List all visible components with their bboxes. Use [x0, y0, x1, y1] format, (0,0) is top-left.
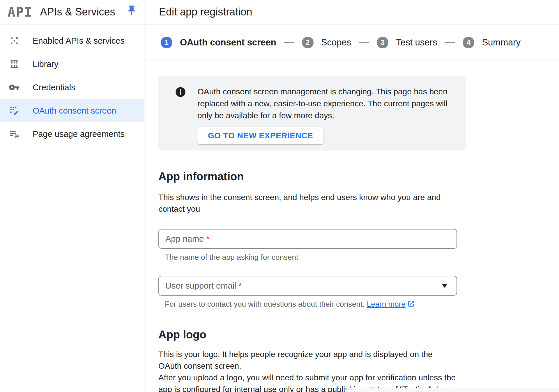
app-name-helper: The name of the app asking for consent: [165, 253, 457, 262]
app-logo-line1: This is your logo. It helps people recog…: [158, 350, 433, 370]
dropdown-caret-icon[interactable]: [441, 284, 448, 288]
sidebar-item-library[interactable]: Library: [0, 52, 144, 76]
app-logo-description: This is your logo. It helps people recog…: [158, 349, 457, 392]
consent-screen-icon: [9, 105, 20, 116]
sidebar-item-label: Page usage agreements: [33, 129, 125, 139]
app-title: APIs & Services: [40, 6, 115, 18]
user-support-email-label: User support email: [165, 281, 236, 291]
page-header: Edit app registration: [144, 0, 559, 24]
step-label: Test users: [396, 37, 437, 48]
api-logo: API: [8, 5, 32, 20]
step-number-badge: 1: [161, 37, 172, 48]
sidebar-item-page-usage-agreements[interactable]: Page usage agreements: [0, 122, 144, 146]
step-connector: [284, 42, 294, 43]
wizard-stepper: 1 OAuth consent screen 2 Scopes 3 Test u…: [144, 24, 559, 61]
library-icon: [9, 59, 20, 70]
app-information-description: This shows in the consent screen, and he…: [158, 192, 457, 215]
sidebar-nav: Enabled APIs & services Library Credenti…: [0, 29, 144, 146]
enabled-apis-icon: [9, 35, 20, 46]
user-support-email-helper: For users to contact you with questions …: [165, 300, 457, 309]
app-name-input[interactable]: App name *: [158, 229, 457, 249]
sidebar-item-label: Library: [33, 59, 59, 69]
page-title: Edit app registration: [159, 6, 252, 18]
banner-message: OAuth consent screen management is chang…: [197, 86, 454, 121]
required-asterisk: *: [206, 234, 209, 244]
user-support-email-select[interactable]: User support email *: [158, 276, 457, 296]
step-scopes[interactable]: 2 Scopes: [302, 37, 351, 48]
sidebar-item-label: Credentials: [33, 83, 75, 92]
bottom-overlay-peek: [345, 388, 559, 392]
step-label: OAuth consent screen: [180, 37, 276, 48]
learn-more-link[interactable]: Learn more: [367, 300, 406, 308]
app-name-label: App name: [165, 234, 204, 244]
step-connector: [359, 42, 369, 43]
step-number-badge: 2: [302, 37, 314, 48]
step-number-badge: 3: [377, 37, 388, 48]
app-header: API APIs & Services: [0, 0, 144, 24]
sidebar-item-oauth-consent-screen[interactable]: OAuth consent screen: [0, 99, 144, 122]
app-information-title: App information: [158, 170, 457, 183]
step-test-users[interactable]: 3 Test users: [377, 37, 437, 48]
sidebar-item-enabled-apis-services[interactable]: Enabled APIs & services: [0, 29, 144, 52]
key-icon: [9, 82, 20, 93]
sidebar-item-credentials[interactable]: Credentials: [0, 76, 144, 99]
info-icon: [175, 86, 186, 98]
helper-text: For users to contact you with questions …: [165, 300, 367, 308]
main-content: OAuth consent screen management is chang…: [158, 61, 457, 392]
step-summary[interactable]: 4 Summary: [463, 37, 521, 48]
step-label: Scopes: [321, 37, 351, 48]
sidebar-item-label: Enabled APIs & services: [33, 36, 125, 46]
external-link-icon: [407, 300, 415, 308]
push-pin-icon[interactable]: [126, 5, 137, 16]
app-logo-title: App logo: [158, 329, 457, 341]
step-label: Summary: [482, 37, 521, 48]
step-oauth-consent-screen[interactable]: 1 OAuth consent screen: [161, 37, 276, 48]
required-asterisk: *: [238, 281, 242, 291]
step-number-badge: 4: [463, 37, 474, 48]
page-usage-icon: [9, 128, 20, 140]
go-to-new-experience-button[interactable]: GO TO NEW EXPERIENCE: [197, 127, 323, 144]
sidebar-item-label: OAuth consent screen: [33, 106, 116, 116]
step-connector: [445, 42, 455, 43]
deprecation-banner: OAuth consent screen management is chang…: [158, 76, 466, 151]
